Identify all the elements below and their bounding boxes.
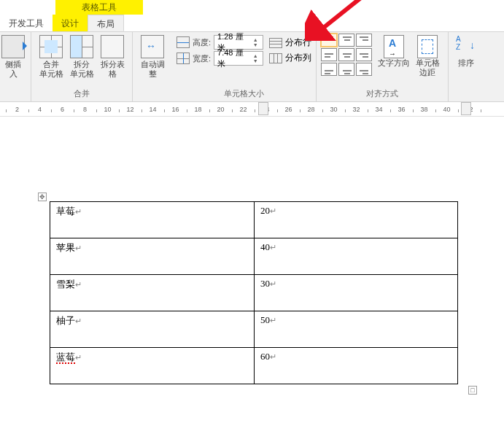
paragraph-mark-icon: ↵ bbox=[75, 317, 82, 325]
align-bottom-right-button[interactable] bbox=[356, 63, 372, 76]
table-row[interactable]: 草莓↵20↵ bbox=[50, 202, 458, 238]
ruler-tick-mark bbox=[119, 109, 120, 112]
distribute-rows-icon bbox=[269, 38, 282, 48]
distribute-cols-icon bbox=[269, 53, 282, 63]
paragraph-mark-icon: ↵ bbox=[75, 353, 82, 362]
document-table[interactable]: 草莓↵20↵苹果↵40↵雪梨↵30↵柚子↵50↵蓝莓↵60↵ bbox=[50, 201, 458, 384]
ruler-tick-label: 22 bbox=[239, 106, 247, 113]
align-top-center-button[interactable] bbox=[338, 34, 354, 47]
col-width-icon bbox=[177, 53, 190, 64]
table-cell[interactable]: 草莓↵ bbox=[50, 202, 255, 238]
ruler-tick-mark bbox=[51, 109, 52, 112]
ruler-tick-label: 30 bbox=[330, 106, 337, 113]
table-row[interactable]: 蓝莓↵60↵ bbox=[50, 348, 458, 384]
table-cell[interactable]: 50↵ bbox=[255, 311, 458, 348]
align-bottom-left-button[interactable] bbox=[321, 63, 337, 76]
table-row[interactable]: 柚子↵50↵ bbox=[50, 311, 458, 348]
tab-layout[interactable]: 布局 bbox=[88, 15, 124, 31]
ruler-column-break-2[interactable] bbox=[461, 102, 471, 115]
table-cell[interactable]: 40↵ bbox=[255, 238, 458, 275]
table-cell[interactable]: 60↵ bbox=[255, 348, 458, 384]
insert-side-button[interactable]: 侧插入 bbox=[0, 34, 26, 80]
align-bottom-center-button[interactable] bbox=[338, 63, 354, 76]
cell-margins-button[interactable]: 单元格 边距 bbox=[411, 34, 443, 79]
split-cells-button[interactable]: 拆分 单元格 bbox=[66, 34, 97, 80]
table-resize-handle[interactable]: □ bbox=[468, 386, 477, 395]
group-merge-label: 合并 bbox=[36, 87, 128, 102]
paragraph-mark-icon: ↵ bbox=[270, 352, 276, 361]
sort-button[interactable]: 排序 bbox=[453, 34, 479, 69]
ruler-tick-mark bbox=[187, 109, 187, 112]
align-middle-right-button[interactable] bbox=[356, 48, 372, 61]
ribbon: 侧插入 合并 单元格 拆分 单元格 拆分表格 合并 bbox=[0, 32, 504, 102]
autofit-spacer bbox=[137, 89, 168, 102]
table-row[interactable]: 雪梨↵30↵ bbox=[50, 275, 458, 311]
table-cell[interactable]: 20↵ bbox=[255, 202, 458, 238]
width-value: 7.48 厘米 bbox=[217, 47, 251, 69]
group-cell-size: 高度: 1.28 厘米 ▲▼ 宽度: 7.48 厘米 ▲▼ bbox=[172, 32, 317, 102]
distribute-cols-button[interactable]: 分布列 bbox=[269, 52, 311, 64]
text-direction-button[interactable]: 文字方向 bbox=[376, 34, 411, 69]
width-input[interactable]: 7.48 厘米 ▲▼ bbox=[214, 51, 263, 66]
align-top-left-button[interactable] bbox=[321, 34, 337, 47]
autofit-icon bbox=[141, 35, 164, 58]
table-cell[interactable]: 雪梨↵ bbox=[50, 275, 255, 311]
width-spinner[interactable]: ▲▼ bbox=[251, 53, 260, 63]
merge-cells-label: 合并 单元格 bbox=[39, 60, 63, 79]
tab-design[interactable]: 设计 bbox=[53, 15, 88, 31]
height-label: 高度: bbox=[193, 37, 211, 48]
ruler-tick-mark bbox=[209, 109, 210, 112]
paragraph-mark-icon: ↵ bbox=[75, 207, 82, 216]
ruler-tick-label: 2 bbox=[15, 106, 19, 113]
ruler-tick-mark bbox=[390, 109, 391, 112]
group-data-spacer bbox=[453, 89, 479, 102]
merge-cells-button[interactable]: 合并 单元格 bbox=[36, 34, 66, 80]
ruler-tick-label: 10 bbox=[104, 106, 111, 113]
tab-developer[interactable]: 开发工具 bbox=[0, 15, 53, 31]
ruler-tick-mark bbox=[300, 109, 301, 112]
ruler-tick-label: 6 bbox=[61, 106, 64, 113]
horizontal-ruler[interactable]: 24681012141618202224262830323436384042 bbox=[0, 102, 504, 117]
ruler-tick-mark bbox=[232, 109, 233, 112]
ruler-tick-label: 26 bbox=[284, 106, 292, 113]
ruler-tick-label: 32 bbox=[352, 106, 360, 113]
table-row[interactable]: 苹果↵40↵ bbox=[50, 238, 458, 275]
ruler-tick-mark bbox=[458, 109, 459, 112]
autofit-label: 自动调整 bbox=[139, 60, 166, 79]
ruler-tick-mark bbox=[164, 109, 165, 112]
table-cell[interactable]: 柚子↵ bbox=[50, 311, 255, 348]
split-table-label: 拆分表格 bbox=[98, 60, 126, 79]
paragraph-mark-icon: ↵ bbox=[270, 316, 276, 325]
align-top-right-button[interactable] bbox=[356, 34, 372, 47]
group-rows-cols: 侧插入 bbox=[0, 32, 31, 102]
split-cells-label: 拆分 单元格 bbox=[70, 60, 94, 79]
ruler-column-break-1[interactable] bbox=[258, 102, 268, 115]
group-merge: 合并 单元格 拆分 单元格 拆分表格 合并 bbox=[31, 32, 133, 102]
ruler-tick-mark bbox=[141, 109, 142, 112]
split-table-icon bbox=[101, 35, 124, 58]
distribute-rows-label: 分布行 bbox=[285, 36, 311, 49]
align-middle-center-button[interactable] bbox=[338, 48, 354, 61]
ruler-tick-mark bbox=[74, 109, 74, 112]
autofit-button[interactable]: 自动调整 bbox=[137, 34, 168, 80]
table-move-handle[interactable] bbox=[38, 193, 47, 201]
contextual-tab-title: 表格工具 bbox=[55, 0, 143, 15]
ruler-tick-mark bbox=[481, 109, 481, 112]
group-alignment: 文字方向 单元格 边距 对齐方式 bbox=[317, 32, 449, 102]
ruler-tick-label: 18 bbox=[194, 106, 201, 113]
height-spinner[interactable]: ▲▼ bbox=[251, 37, 260, 47]
row-height-icon bbox=[177, 36, 190, 48]
ruler-tick-mark bbox=[435, 109, 436, 112]
ruler-tick-label: 4 bbox=[38, 106, 42, 113]
distribute-rows-button[interactable]: 分布行 bbox=[269, 36, 311, 49]
paragraph-mark-icon: ↵ bbox=[270, 279, 276, 288]
align-middle-left-button[interactable] bbox=[321, 48, 337, 61]
document-area[interactable]: 草莓↵20↵苹果↵40↵雪梨↵30↵柚子↵50↵蓝莓↵60↵ □ bbox=[0, 131, 504, 431]
table-cell[interactable]: 苹果↵ bbox=[50, 238, 255, 275]
width-label: 宽度: bbox=[193, 53, 211, 64]
table-cell[interactable]: 蓝莓↵ bbox=[50, 348, 255, 384]
table-cell[interactable]: 30↵ bbox=[255, 275, 458, 311]
ruler-tick-label: 12 bbox=[126, 106, 133, 113]
paragraph-mark-icon: ↵ bbox=[270, 243, 276, 252]
split-table-button[interactable]: 拆分表格 bbox=[97, 34, 128, 80]
